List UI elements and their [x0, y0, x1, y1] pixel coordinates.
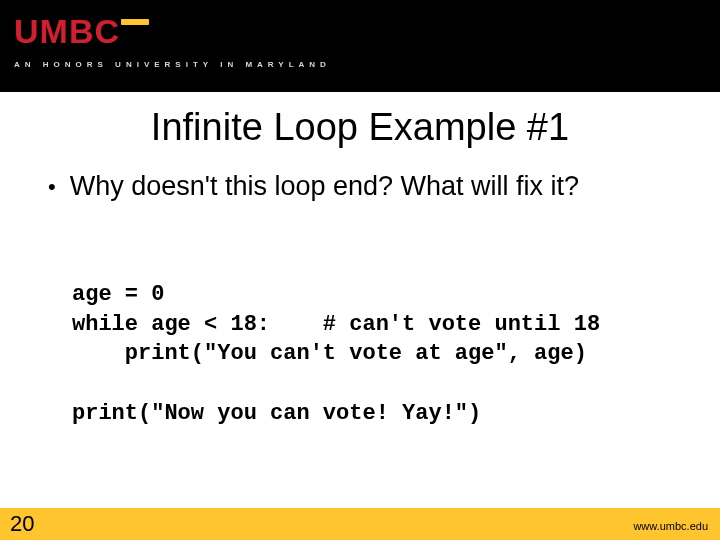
slide: UMBC AN HONORS UNIVERSITY IN MARYLAND In…: [0, 0, 720, 540]
footer-url: www.umbc.edu: [633, 520, 708, 532]
code-block: age = 0 while age < 18: # can't vote unt…: [72, 280, 600, 428]
logo-dash-icon: [121, 19, 149, 25]
logo-tagline: AN HONORS UNIVERSITY IN MARYLAND: [14, 60, 331, 69]
footer-bar: 20 www.umbc.edu: [0, 508, 720, 540]
code-line-5: print("Now you can vote! Yay!"): [72, 401, 481, 426]
code-line-1: age = 0: [72, 282, 164, 307]
header-bar: UMBC AN HONORS UNIVERSITY IN MARYLAND: [0, 0, 720, 92]
code-line-2: while age < 18: # can't vote until 18: [72, 312, 600, 337]
code-line-3: print("You can't vote at age", age): [72, 341, 587, 366]
page-number: 20: [10, 511, 34, 537]
logo-block: UMBC: [14, 12, 149, 51]
bullet-row: • Why doesn't this loop end? What will f…: [48, 170, 579, 204]
bullet-text: Why doesn't this loop end? What will fix…: [70, 170, 579, 204]
bullet-icon: •: [48, 176, 56, 198]
slide-title: Infinite Loop Example #1: [0, 106, 720, 149]
logo-text: UMBC: [14, 12, 120, 50]
